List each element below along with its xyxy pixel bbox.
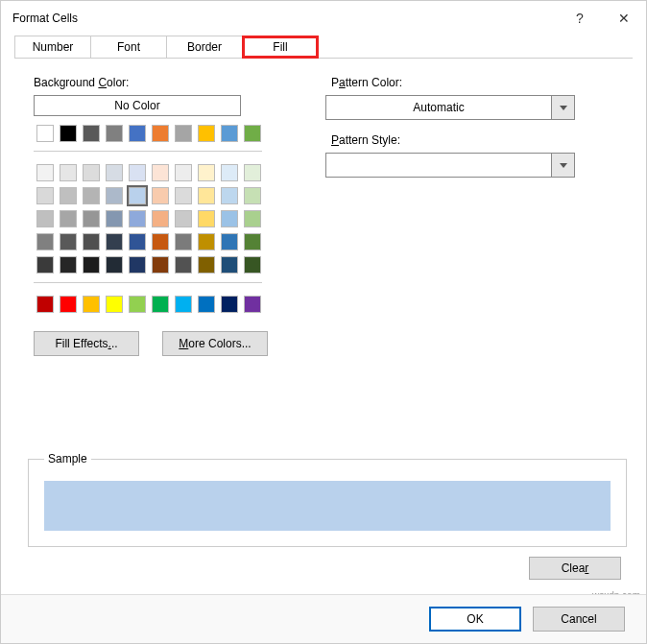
color-swatch[interactable] — [221, 164, 238, 181]
color-swatch[interactable] — [198, 164, 215, 181]
color-swatch[interactable] — [221, 187, 238, 204]
color-swatch[interactable] — [60, 210, 77, 227]
color-swatch[interactable] — [83, 164, 100, 181]
help-button[interactable]: ? — [558, 1, 602, 36]
color-swatch[interactable] — [198, 187, 215, 204]
color-swatch[interactable] — [129, 125, 146, 142]
color-swatch[interactable] — [60, 164, 77, 181]
color-swatch[interactable] — [175, 233, 192, 250]
background-color-label: Background Color: — [34, 76, 268, 89]
color-swatch[interactable] — [221, 233, 238, 250]
color-swatch[interactable] — [175, 125, 192, 142]
color-swatch[interactable] — [175, 187, 192, 204]
color-swatch[interactable] — [244, 233, 261, 250]
color-swatch[interactable] — [221, 210, 238, 227]
more-colors-button[interactable]: More Colors... — [162, 331, 268, 356]
tab-number[interactable]: Number — [14, 36, 91, 59]
ok-button[interactable]: OK — [429, 607, 521, 632]
color-swatch[interactable] — [198, 296, 215, 313]
color-swatch[interactable] — [36, 233, 54, 250]
color-swatch[interactable] — [106, 296, 123, 313]
color-swatch[interactable] — [152, 296, 169, 313]
color-swatch[interactable] — [83, 210, 100, 227]
right-column: Pattern Color: Automatic Pattern Style: — [325, 70, 575, 356]
color-swatch[interactable] — [106, 125, 123, 142]
color-swatch[interactable] — [106, 256, 123, 274]
color-swatch[interactable] — [83, 125, 100, 142]
pattern-style-label: Pattern Style: — [331, 133, 575, 147]
color-swatch[interactable] — [60, 296, 77, 313]
color-swatch[interactable] — [152, 210, 169, 227]
color-swatch[interactable] — [83, 256, 100, 274]
color-swatch[interactable] — [152, 233, 169, 250]
palette-divider — [34, 151, 262, 152]
tab-strip: Number Font Border Fill — [1, 36, 646, 59]
color-swatch[interactable] — [106, 210, 123, 227]
color-swatch[interactable] — [175, 256, 192, 274]
color-swatch[interactable] — [36, 187, 54, 204]
format-cells-dialog: Format Cells ? ✕ Number Font Border Fill… — [0, 0, 647, 644]
color-swatch[interactable] — [36, 296, 54, 313]
color-swatch[interactable] — [129, 210, 146, 227]
color-swatch[interactable] — [83, 296, 100, 313]
color-swatch[interactable] — [36, 125, 54, 142]
color-swatch[interactable] — [36, 256, 54, 274]
color-swatch[interactable] — [221, 296, 238, 313]
color-swatch[interactable] — [198, 125, 215, 142]
color-swatch[interactable] — [36, 164, 54, 181]
color-swatch[interactable] — [175, 164, 192, 181]
tint-color-palette — [34, 161, 268, 276]
color-swatch[interactable] — [198, 233, 215, 250]
selected-color-swatch[interactable] — [129, 187, 146, 204]
cancel-button[interactable]: Cancel — [533, 607, 625, 632]
pattern-color-combo[interactable]: Automatic — [325, 95, 575, 120]
tab-font[interactable]: Font — [90, 36, 167, 59]
color-swatch[interactable] — [129, 233, 146, 250]
sample-label: Sample — [44, 452, 91, 465]
no-color-button[interactable]: No Color — [34, 95, 241, 116]
color-swatch[interactable] — [175, 296, 192, 313]
pattern-color-value: Automatic — [326, 101, 551, 114]
color-swatch[interactable] — [60, 187, 77, 204]
color-swatch[interactable] — [221, 256, 238, 274]
color-swatch[interactable] — [244, 296, 261, 313]
pattern-color-label: Pattern Color: — [331, 76, 575, 89]
color-swatch[interactable] — [60, 233, 77, 250]
tab-fill[interactable]: Fill — [242, 36, 319, 59]
palette-divider — [34, 282, 262, 283]
color-swatch[interactable] — [106, 164, 123, 181]
chevron-down-icon[interactable] — [551, 96, 574, 119]
color-swatch[interactable] — [106, 233, 123, 250]
color-swatch[interactable] — [60, 256, 77, 274]
color-swatch[interactable] — [36, 210, 54, 227]
color-swatch[interactable] — [83, 187, 100, 204]
left-column: Background Color: No Color — [28, 70, 268, 356]
color-swatch[interactable] — [152, 164, 169, 181]
color-swatch[interactable] — [129, 256, 146, 274]
tab-border[interactable]: Border — [166, 36, 243, 59]
color-swatch[interactable] — [244, 187, 261, 204]
theme-color-palette — [34, 122, 268, 145]
fill-effects-button[interactable]: Fill Effects... — [34, 331, 139, 356]
color-swatch[interactable] — [83, 233, 100, 250]
clear-button[interactable]: Clear — [529, 557, 621, 580]
color-swatch[interactable] — [221, 125, 238, 142]
color-swatch[interactable] — [244, 164, 261, 181]
color-swatch[interactable] — [152, 187, 169, 204]
color-swatch[interactable] — [129, 296, 146, 313]
color-swatch[interactable] — [129, 164, 146, 181]
color-swatch[interactable] — [244, 256, 261, 274]
color-swatch[interactable] — [152, 125, 169, 142]
close-button[interactable]: ✕ — [602, 1, 646, 36]
color-swatch[interactable] — [244, 210, 261, 227]
color-swatch[interactable] — [175, 210, 192, 227]
chevron-down-icon[interactable] — [551, 154, 574, 177]
color-swatch[interactable] — [60, 125, 77, 142]
color-swatch[interactable] — [198, 256, 215, 274]
color-swatch[interactable] — [106, 187, 123, 204]
pattern-style-combo[interactable] — [325, 153, 575, 178]
color-swatch[interactable] — [198, 210, 215, 227]
color-swatch[interactable] — [152, 256, 169, 274]
color-swatch[interactable] — [244, 125, 261, 142]
titlebar: Format Cells ? ✕ — [1, 1, 646, 36]
